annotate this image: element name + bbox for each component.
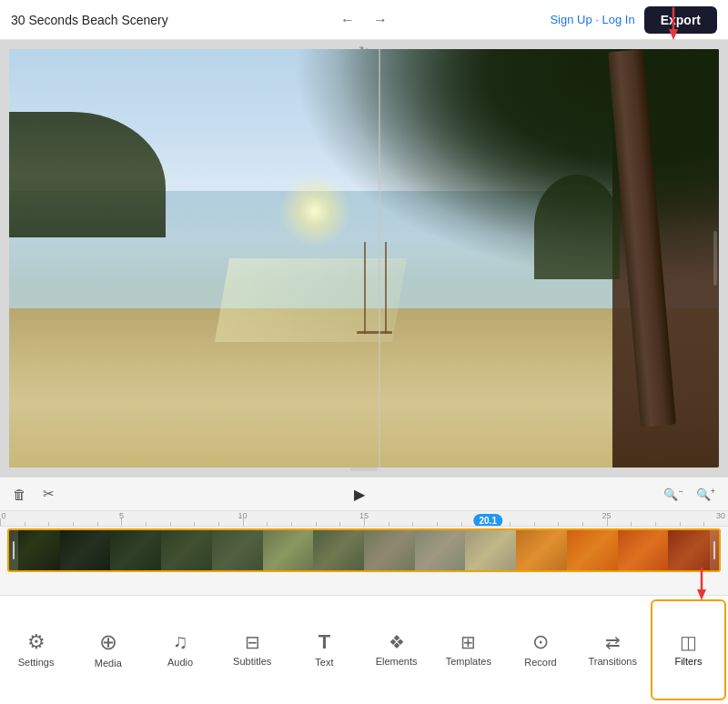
- ruler-tick: [631, 522, 632, 526]
- app-header: 30 Seconds Beach Scenery ← → Sign Up · L…: [0, 0, 728, 40]
- subtitles-icon: ⊟: [245, 633, 260, 651]
- ruler-tick: [194, 522, 195, 526]
- nav-transitions[interactable]: ⇄ Transitions: [577, 596, 649, 704]
- ruler-tick: [412, 522, 413, 526]
- nav-elements-label: Elements: [376, 656, 418, 667]
- nav-filters-label: Filters: [674, 656, 702, 667]
- filmstrip-handle-right[interactable]: [710, 530, 719, 570]
- ruler-label-30: 30: [716, 511, 725, 520]
- timeline-toolbar: 🗑 ✂ ▶ 🔍− 🔍+: [0, 478, 728, 510]
- nav-media[interactable]: ⊕ Media: [72, 596, 144, 704]
- swing-seat: [357, 331, 392, 334]
- timeline-ruler: 0 5 10 15 25 30: [0, 510, 728, 527]
- nav-subtitles-label: Subtitles: [233, 656, 271, 667]
- delete-icon: 🗑: [13, 487, 26, 502]
- nav-templates-label: Templates: [446, 656, 491, 667]
- ruler-tick: [655, 522, 656, 526]
- nav-subtitles[interactable]: ⊟ Subtitles: [217, 596, 288, 704]
- ruler-tick: [97, 522, 98, 526]
- timeline-toolbar-left: 🗑 ✂: [9, 484, 58, 504]
- nav-settings[interactable]: ⚙ Settings: [0, 596, 72, 704]
- filmstrip-container: [0, 527, 728, 574]
- project-title: 30 Seconds Beach Scenery: [11, 13, 168, 27]
- scissors-icon: ✂: [43, 486, 55, 501]
- redo-button[interactable]: →: [368, 8, 393, 32]
- nav-settings-label: Settings: [18, 657, 55, 668]
- nav-record[interactable]: ⊙ Record: [504, 596, 576, 704]
- film-segment: [212, 530, 263, 570]
- film-segment: [465, 530, 516, 570]
- bottom-navigation: ⚙ Settings ⊕ Media ♫ Audio ⊟ Subtitles T…: [0, 595, 728, 704]
- filmstrip[interactable]: [7, 528, 721, 572]
- text-icon: T: [318, 632, 330, 652]
- ruler-tick: [218, 522, 219, 526]
- nav-templates[interactable]: ⊞ Templates: [432, 596, 504, 704]
- nav-text[interactable]: T Text: [288, 596, 360, 704]
- transitions-icon: ⇄: [605, 633, 621, 651]
- auth-links: Sign Up · Log In: [550, 13, 634, 26]
- film-segment: [415, 530, 466, 570]
- timeline-toolbar-right: 🔍− 🔍+: [660, 485, 719, 503]
- media-icon: ⊕: [99, 631, 117, 653]
- zoom-in-button[interactable]: 🔍+: [693, 485, 719, 503]
- ruler-tick: [48, 522, 49, 526]
- ruler-tick: [25, 522, 25, 526]
- video-canvas: [9, 49, 719, 468]
- nav-filters[interactable]: ◫ Filters: [651, 599, 726, 700]
- film-segment: [618, 530, 669, 570]
- playhead-time-badge: 20.1: [474, 514, 502, 527]
- swing-rope-right: [385, 242, 387, 334]
- film-segment: [161, 530, 212, 570]
- swing-rope-left: [364, 242, 366, 334]
- record-icon: ⊙: [532, 632, 549, 652]
- login-link[interactable]: Log In: [602, 13, 635, 26]
- film-segment: [364, 530, 415, 570]
- header-right-controls: Sign Up · Log In Export: [550, 6, 717, 34]
- nav-media-label: Media: [95, 658, 122, 669]
- ruler-tick: [170, 522, 171, 526]
- ruler-tick: [703, 522, 704, 526]
- nav-elements[interactable]: ❖ Elements: [360, 596, 432, 704]
- ruler-tick: [582, 522, 583, 526]
- ruler-tick: [121, 518, 122, 526]
- water-reflection: [215, 258, 407, 342]
- export-button[interactable]: Export: [644, 6, 717, 34]
- filmstrip-handle-left[interactable]: [9, 530, 18, 570]
- play-button[interactable]: ▶: [350, 484, 369, 505]
- handle-bar-right: [713, 541, 715, 559]
- ruler-tick: [437, 522, 438, 526]
- ruler-tick: [607, 518, 608, 526]
- sun-glow: [278, 175, 351, 247]
- video-scrollbar: [713, 231, 717, 286]
- nav-audio-label: Audio: [167, 657, 193, 668]
- zoom-out-button[interactable]: 🔍−: [660, 485, 686, 503]
- ruler-tick: [461, 522, 462, 526]
- undo-button[interactable]: ←: [335, 8, 360, 32]
- film-segment: [110, 530, 161, 570]
- filters-icon: ◫: [680, 633, 697, 651]
- header-nav-controls: ← →: [335, 8, 393, 32]
- ruler-tick: [389, 522, 389, 526]
- nav-transitions-label: Transitions: [589, 656, 637, 667]
- nav-audio[interactable]: ♫ Audio: [144, 596, 216, 704]
- ruler-tick: [146, 522, 147, 526]
- film-segment: [313, 530, 364, 570]
- ruler-tick: [558, 522, 559, 526]
- film-segment: [567, 530, 618, 570]
- audio-icon: ♫: [173, 632, 188, 652]
- scissors-button[interactable]: ✂: [39, 484, 58, 504]
- ruler-tick: [243, 518, 244, 526]
- ruler-tick: [680, 522, 681, 526]
- signup-link[interactable]: Sign Up: [550, 13, 592, 26]
- auth-separator: ·: [595, 13, 599, 26]
- delete-clip-button[interactable]: 🗑: [9, 485, 30, 504]
- playhead-marker[interactable]: 20.1: [488, 511, 516, 527]
- ruler-tick: [267, 522, 268, 526]
- handle-bar-left: [13, 541, 15, 559]
- nav-text-label: Text: [315, 657, 333, 668]
- ruler-tick: [339, 522, 340, 526]
- settings-icon: ⚙: [27, 632, 46, 652]
- film-segment: [263, 530, 314, 570]
- beach-background: [9, 49, 719, 468]
- resize-handle[interactable]: [350, 468, 378, 471]
